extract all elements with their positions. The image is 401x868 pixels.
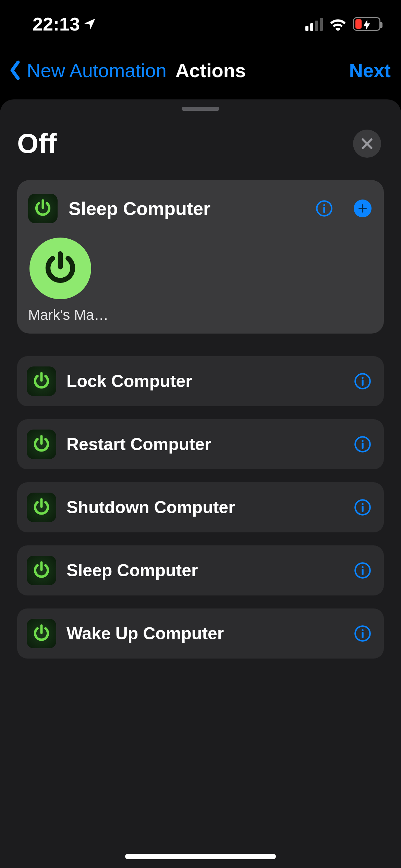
power-icon: [28, 194, 58, 223]
sheet-grabber[interactable]: [182, 107, 219, 111]
status-right: [305, 17, 380, 31]
action-label: Lock Computer: [66, 371, 343, 391]
device-label: Mark's Mac...: [28, 307, 110, 323]
power-icon: [27, 366, 56, 396]
cellular-icon: [305, 17, 323, 31]
action-row-shutdown-computer[interactable]: Shutdown Computer: [17, 482, 384, 532]
nav-title: Actions: [175, 59, 246, 82]
action-label: Wake Up Computer: [66, 624, 343, 643]
sheet-content: Sleep Computer: [0, 180, 401, 659]
back-chevron-icon[interactable]: [6, 60, 24, 81]
svg-point-28: [362, 629, 364, 631]
svg-point-5: [323, 204, 325, 206]
power-icon: [27, 430, 56, 459]
selected-action-header: Sleep Computer: [28, 194, 372, 223]
action-label: Shutdown Computer: [66, 497, 343, 517]
add-button[interactable]: [354, 200, 372, 217]
sheet-title: Off: [17, 128, 57, 159]
action-row-restart-computer[interactable]: Restart Computer: [17, 419, 384, 469]
action-row-sleep-computer[interactable]: Sleep Computer: [17, 545, 384, 595]
info-icon[interactable]: [354, 435, 372, 453]
next-button[interactable]: Next: [349, 59, 391, 82]
svg-point-16: [362, 440, 364, 442]
info-icon[interactable]: [354, 498, 372, 516]
device-power-icon: [29, 238, 91, 299]
svg-point-24: [362, 566, 364, 568]
power-icon: [27, 556, 56, 585]
action-row-lock-computer[interactable]: Lock Computer: [17, 356, 384, 406]
sheet-header: Off: [0, 128, 401, 159]
device-item[interactable]: Mark's Mac...: [28, 238, 372, 323]
svg-point-12: [362, 377, 364, 379]
selected-action-title: Sleep Computer: [69, 198, 304, 219]
info-icon[interactable]: [354, 562, 372, 579]
power-icon: [27, 493, 56, 522]
battery-icon: [353, 17, 380, 31]
info-icon[interactable]: [354, 625, 372, 642]
nav-bar: New Automation Actions Next: [0, 41, 401, 99]
charging-icon: [362, 20, 372, 31]
close-icon: [361, 137, 373, 150]
location-icon: [83, 17, 97, 31]
close-button[interactable]: [353, 130, 381, 158]
sheet: Off Sleep Computer: [0, 99, 401, 868]
status-time: 22:13: [33, 13, 80, 35]
home-indicator[interactable]: [125, 854, 276, 859]
back-button[interactable]: New Automation: [27, 59, 167, 82]
power-icon: [27, 619, 56, 648]
info-icon[interactable]: [354, 372, 372, 390]
action-label: Sleep Computer: [66, 560, 343, 580]
svg-point-20: [362, 503, 364, 505]
status-bar: 22:13: [0, 0, 401, 41]
wifi-icon: [329, 17, 347, 31]
plus-icon: [358, 204, 367, 213]
info-icon[interactable]: [315, 200, 333, 217]
status-left: 22:13: [33, 13, 97, 35]
action-row-wake-up-computer[interactable]: Wake Up Computer: [17, 608, 384, 659]
action-label: Restart Computer: [66, 434, 343, 454]
selected-action-card[interactable]: Sleep Computer: [17, 180, 384, 334]
nav-left: New Automation Actions: [6, 59, 246, 82]
